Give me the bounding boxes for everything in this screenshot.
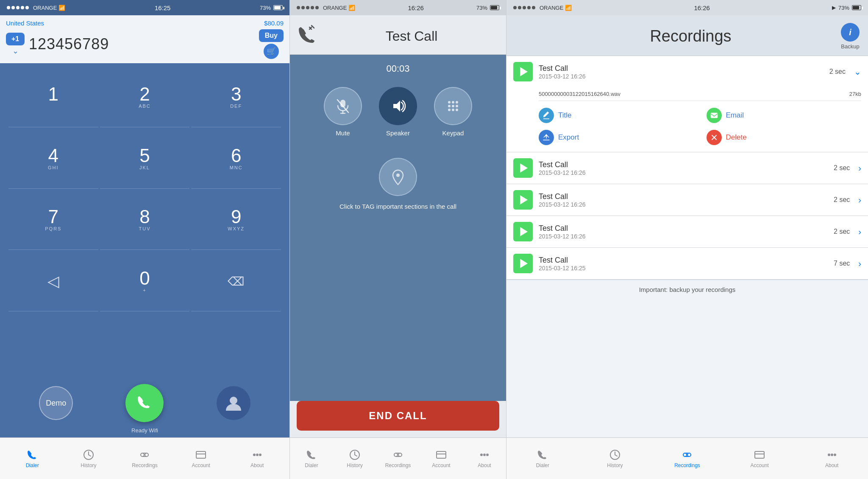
- call-panel: ORANGE 📶 16:26 73% Test Call 00:03: [289, 0, 506, 479]
- rec-status-left: ORANGE 📶: [513, 5, 572, 11]
- export-action-button[interactable]: Export: [539, 130, 694, 145]
- rec-phone-tab-icon: [537, 449, 548, 461]
- key-3[interactable]: 3 DEF: [191, 67, 281, 127]
- svg-rect-33: [711, 113, 718, 118]
- rec-name-2: Test Call: [539, 160, 828, 169]
- rec-tab-account[interactable]: Account: [723, 445, 796, 472]
- expanded-rec-info: Test Call 2015-03-12 16:26: [539, 64, 823, 80]
- rec-tab-history-label: History: [607, 462, 623, 468]
- call-recordings-tab-icon: [392, 449, 404, 461]
- play-button-4[interactable]: [513, 222, 533, 241]
- country-code-box: +1: [6, 33, 25, 45]
- key-1[interactable]: 1: [8, 67, 98, 127]
- dialer-header: United States $80.09 +1 ⌄ 123456789 Buy …: [0, 15, 289, 63]
- key-9[interactable]: 9 WXYZ: [191, 190, 281, 250]
- call-battery-percent: 73%: [476, 5, 487, 11]
- tab-recordings[interactable]: Recordings: [117, 445, 173, 472]
- tab-account[interactable]: Account: [173, 445, 229, 472]
- call-account-tab-icon: [435, 449, 447, 461]
- rec-tab-about[interactable]: About: [796, 445, 868, 472]
- svg-rect-39: [755, 451, 764, 458]
- export-icon: [542, 133, 551, 142]
- country-selector[interactable]: United States: [6, 20, 44, 27]
- key-2[interactable]: 2 ABC: [100, 67, 190, 127]
- mute-button[interactable]: Mute: [324, 87, 362, 137]
- backup-button[interactable]: i Backup: [841, 23, 860, 50]
- call-history-tab-icon: [349, 449, 361, 461]
- recording-item-2: Test Call 2015-03-12 16:26 2 sec ›: [506, 152, 868, 184]
- end-call-button[interactable]: END CALL: [297, 401, 499, 431]
- mute-icon: [335, 98, 351, 114]
- country-code-selector[interactable]: +1 ⌄: [6, 33, 25, 56]
- call-tab-dialer-label: Dialer: [305, 462, 318, 468]
- key-5[interactable]: 5 JKL: [100, 129, 190, 189]
- play-button-3[interactable]: [513, 190, 533, 210]
- buy-container: Buy 🛒: [259, 29, 284, 59]
- call-tab-account[interactable]: Account: [420, 445, 463, 472]
- rec-tab-dialer[interactable]: Dialer: [506, 445, 579, 472]
- call-button[interactable]: [125, 384, 164, 422]
- svg-point-20: [448, 109, 451, 111]
- play-button-2[interactable]: [513, 158, 533, 178]
- call-signal-dot-2: [301, 6, 305, 9]
- key-4[interactable]: 4 GHI: [8, 129, 98, 189]
- svg-point-6: [253, 454, 256, 456]
- call-tab-history[interactable]: History: [333, 445, 376, 472]
- buy-button[interactable]: Buy: [259, 29, 284, 42]
- rec-tab-recordings[interactable]: Recordings: [651, 445, 723, 472]
- key-8[interactable]: 8 TUV: [100, 190, 190, 250]
- backup-label: Backup: [841, 43, 859, 50]
- about-tab-icon: [251, 449, 263, 461]
- tab-dialer[interactable]: Dialer: [4, 445, 61, 472]
- tab-history[interactable]: History: [61, 445, 117, 472]
- tag-button[interactable]: Click to TAG important sections in the c…: [339, 158, 456, 211]
- email-action-button[interactable]: Email: [707, 108, 862, 123]
- call-tab-recordings[interactable]: Recordings: [376, 445, 420, 472]
- speaker-button[interactable]: Speaker: [379, 87, 417, 137]
- title-action-button[interactable]: Title: [539, 108, 694, 123]
- call-battery-icon: [490, 5, 499, 10]
- ready-status: Ready Wifi: [131, 427, 158, 436]
- status-time: 16:25: [155, 4, 171, 11]
- key-7[interactable]: 7 PQRS: [8, 190, 98, 250]
- rec-signal-dot-4: [527, 6, 531, 9]
- svg-point-23: [396, 174, 400, 177]
- cart-button[interactable]: 🛒: [264, 44, 279, 59]
- tag-description: Click to TAG important sections in the c…: [339, 202, 456, 211]
- call-about-tab-icon: [479, 449, 490, 461]
- location-tag-icon: [389, 168, 406, 185]
- recordings-header: Recordings i Backup: [506, 15, 868, 56]
- mute-icon-circle: [324, 87, 362, 125]
- rec-recordings-tab-icon: [681, 449, 693, 461]
- call-tab-about[interactable]: About: [463, 445, 506, 472]
- call-tab-account-label: Account: [432, 462, 450, 468]
- svg-point-42: [831, 454, 833, 456]
- svg-point-17: [448, 105, 451, 107]
- contacts-button[interactable]: [217, 386, 250, 420]
- signal-dot-3: [16, 6, 19, 9]
- rec-battery-percent: 73%: [838, 5, 849, 11]
- key-back[interactable]: ◁: [8, 252, 98, 311]
- chevron-right-2: ›: [858, 163, 861, 173]
- title-action-label: Title: [558, 111, 572, 120]
- keypad-button[interactable]: Keypad: [434, 87, 472, 137]
- dialer-panel: ORANGE 📶 16:25 73% United States $80.09 …: [0, 0, 289, 479]
- phone-number-display[interactable]: 123456789: [29, 35, 255, 53]
- rec-location-icon: ▶: [832, 5, 836, 11]
- demo-button[interactable]: Demo: [39, 386, 73, 420]
- delete-action-button[interactable]: Delete: [707, 130, 862, 145]
- svg-point-26: [398, 453, 402, 457]
- export-action-icon: [539, 130, 554, 145]
- key-6[interactable]: 6 MNC: [191, 129, 281, 189]
- rec-tab-history[interactable]: History: [579, 445, 651, 472]
- tab-about[interactable]: About: [229, 445, 285, 472]
- rec-duration-5: 7 sec: [834, 260, 850, 267]
- key-delete[interactable]: ⌫: [191, 252, 281, 311]
- signal-dot-5: [25, 6, 29, 9]
- play-button-5[interactable]: [513, 254, 533, 273]
- key-0[interactable]: 0 +: [100, 252, 190, 311]
- call-tab-dialer[interactable]: Dialer: [290, 445, 333, 472]
- call-signal-dot-4: [311, 6, 314, 9]
- play-button-expanded[interactable]: [513, 62, 533, 81]
- dialer-actions: Demo: [0, 377, 289, 426]
